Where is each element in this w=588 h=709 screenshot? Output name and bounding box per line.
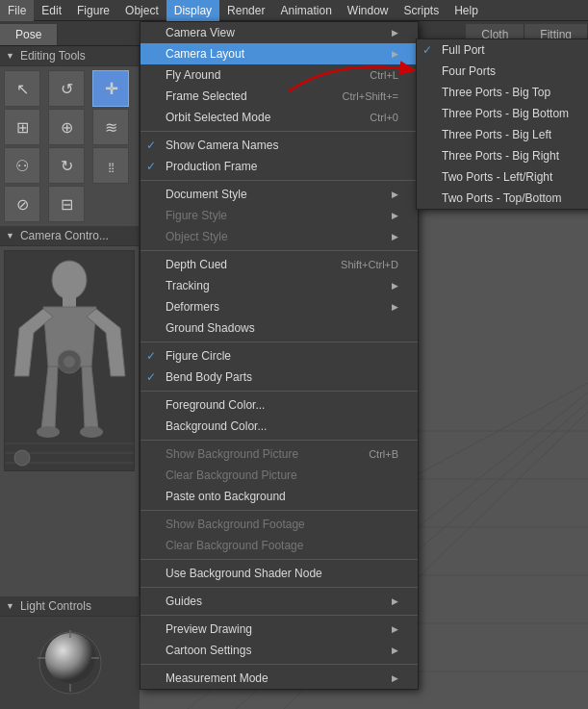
menu-figure-style[interactable]: Figure Style	[141, 205, 418, 226]
submenu-two-ports-lr[interactable]: Two Ports - Left/Right	[417, 166, 588, 188]
camera-layout-submenu: Full Port Four Ports Three Ports - Big T…	[416, 38, 588, 210]
orbit-shortcut: Ctrl+0	[370, 112, 398, 123]
menu-object[interactable]: Object	[117, 0, 166, 21]
menu-tracking[interactable]: Tracking	[141, 275, 418, 296]
menu-preview-drawing[interactable]: Preview Drawing	[141, 619, 418, 640]
tool-dots[interactable]	[92, 147, 129, 184]
tool-grab[interactable]	[48, 186, 85, 222]
menu-show-bg-footage[interactable]: Show Background Footage	[141, 514, 418, 535]
sep-8	[141, 559, 418, 560]
svg-rect-5	[63, 297, 76, 307]
menu-scripts[interactable]: Scripts	[396, 0, 447, 21]
menu-production-frame[interactable]: Production Frame	[141, 156, 418, 177]
tool-zoom[interactable]	[48, 109, 85, 145]
menu-orbit-selected[interactable]: Orbit Selected Mode Ctrl+0	[141, 107, 418, 128]
menu-fly-around[interactable]: Fly Around Ctrl+L	[141, 64, 418, 86]
menu-animation[interactable]: Animation	[272, 0, 339, 21]
twist-icon	[61, 157, 73, 175]
menu-depth-cued[interactable]: Depth Cued Shift+Ctrl+D	[141, 254, 418, 275]
sep-11	[141, 664, 418, 665]
menu-document-style[interactable]: Document Style	[141, 184, 418, 205]
grab-icon	[61, 195, 73, 214]
menu-background-color[interactable]: Background Color...	[141, 416, 418, 437]
menu-camera-layout[interactable]: Camera Layout	[141, 43, 418, 64]
editing-tools-header[interactable]: Editing Tools	[0, 46, 139, 66]
svg-point-12	[45, 633, 95, 683]
submenu-four-ports[interactable]: Four Ports	[417, 61, 588, 82]
scale-grid-icon	[16, 118, 29, 137]
menu-render[interactable]: Render	[219, 0, 272, 21]
tool-arrow[interactable]	[4, 70, 40, 107]
submenu-three-ports-big-top[interactable]: Three Ports - Big Top	[417, 82, 588, 103]
tool-rotate[interactable]	[48, 70, 85, 107]
sep-5	[141, 391, 418, 392]
figure-svg	[5, 251, 135, 471]
menu-camera-view[interactable]: Camera View	[141, 22, 418, 43]
submenu-three-ports-big-right[interactable]: Three Ports - Big Right	[417, 145, 588, 166]
menu-ground-shadows[interactable]: Ground Shadows	[141, 317, 418, 339]
menu-frame-selected[interactable]: Frame Selected Ctrl+Shift+=	[141, 86, 418, 107]
tool-twist[interactable]	[48, 147, 85, 184]
tab-pose[interactable]: Pose	[0, 24, 58, 45]
menu-help[interactable]: Help	[447, 0, 486, 21]
show-bg-shortcut: Ctrl+B	[369, 448, 398, 460]
svg-point-10	[14, 450, 30, 466]
menu-figure-circle[interactable]: Figure Circle	[141, 345, 418, 367]
sep-9	[141, 587, 418, 588]
tool-pose[interactable]	[4, 147, 40, 184]
tool-grid[interactable]	[4, 109, 40, 145]
rotate-icon	[61, 80, 73, 98]
sep-3	[141, 250, 418, 251]
svg-point-7	[80, 426, 103, 438]
menu-paste-background[interactable]: Paste onto Background	[141, 486, 418, 507]
tool-lock[interactable]	[4, 186, 40, 222]
menu-display[interactable]: Display	[166, 0, 219, 21]
menu-use-bg-shader[interactable]: Use Background Shader Node	[141, 563, 418, 584]
dots-icon	[108, 157, 115, 174]
menu-window[interactable]: Window	[340, 0, 396, 21]
fly-around-shortcut: Ctrl+L	[370, 69, 398, 81]
sep-4	[141, 342, 418, 342]
sep-2	[141, 180, 418, 181]
tool-flow[interactable]	[92, 109, 129, 145]
menu-measurement-mode[interactable]: Measurement Mode	[141, 668, 418, 689]
menu-figure[interactable]: Figure	[69, 0, 117, 21]
sep-1	[141, 131, 418, 132]
submenu-two-ports-tb[interactable]: Two Ports - Top/Bottom	[417, 188, 588, 209]
zoom-icon	[61, 118, 73, 137]
menu-cartoon-settings[interactable]: Cartoon Settings	[141, 640, 418, 661]
light-control-area	[0, 617, 140, 709]
menu-edit[interactable]: Edit	[34, 0, 69, 21]
svg-point-4	[52, 261, 87, 299]
camera-controls-header[interactable]: Camera Contro...	[0, 226, 139, 246]
frame-selected-shortcut: Ctrl+Shift+=	[343, 90, 398, 102]
flow-icon	[105, 118, 117, 137]
menu-bend-body-parts[interactable]: Bend Body Parts	[141, 367, 418, 388]
move-icon	[105, 80, 117, 98]
editing-tools-label: Editing Tools	[20, 49, 86, 63]
menu-deformers[interactable]: Deformers	[141, 296, 418, 317]
submenu-full-port[interactable]: Full Port	[417, 39, 588, 61]
lock-icon	[16, 195, 29, 214]
svg-point-9	[64, 356, 75, 367]
sep-6	[141, 440, 418, 441]
submenu-three-ports-big-left[interactable]: Three Ports - Big Left	[417, 124, 588, 145]
menu-clear-bg-picture[interactable]: Clear Background Picture	[141, 465, 418, 486]
sep-10	[141, 615, 418, 616]
menu-bar[interactable]: File Edit Figure Object Display Render A…	[0, 0, 588, 21]
menu-show-bg-picture[interactable]: Show Background Picture Ctrl+B	[141, 443, 418, 465]
arrow-icon	[16, 80, 29, 98]
light-controls-label: Light Controls	[20, 599, 91, 613]
viewport-preview	[4, 250, 135, 471]
menu-object-style[interactable]: Object Style	[141, 226, 418, 247]
svg-point-6	[37, 426, 60, 438]
tools-grid	[0, 66, 139, 226]
light-controls-header[interactable]: Light Controls	[0, 596, 140, 617]
menu-show-camera-names[interactable]: Show Camera Names	[141, 135, 418, 156]
menu-foreground-color[interactable]: Foreground Color...	[141, 394, 418, 416]
menu-guides[interactable]: Guides	[141, 591, 418, 612]
menu-file[interactable]: File	[0, 0, 34, 21]
submenu-three-ports-big-bottom[interactable]: Three Ports - Big Bottom	[417, 103, 588, 124]
menu-clear-bg-footage[interactable]: Clear Background Footage	[141, 535, 418, 556]
tool-move[interactable]	[92, 70, 129, 107]
